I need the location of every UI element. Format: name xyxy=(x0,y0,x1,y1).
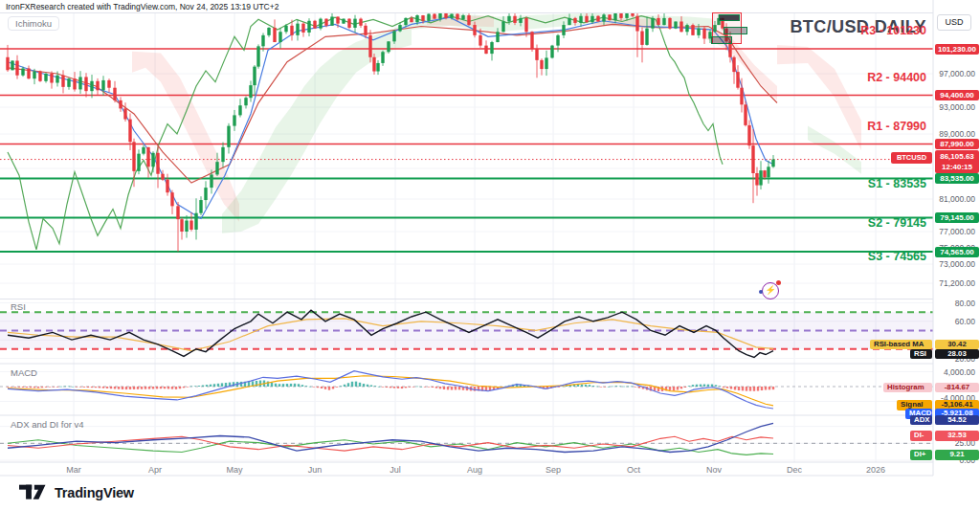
x-axis-label[interactable]: Dec xyxy=(787,465,802,475)
x-axis-label[interactable]: 2026 xyxy=(866,465,885,475)
x-axis-label[interactable]: Oct xyxy=(627,465,640,475)
adx-pane-label[interactable]: ADX and DI for v4 xyxy=(11,419,84,430)
level-price-tag: 87,990.00 xyxy=(935,139,979,149)
x-axis-label[interactable]: Aug xyxy=(467,465,482,475)
red-dot-icon xyxy=(776,280,781,285)
y-axis-label: 80.00 xyxy=(955,299,975,308)
x-axis-label[interactable]: Jul xyxy=(390,465,401,475)
y-axis-label: 81,000.00 xyxy=(939,194,975,204)
indicator-value-chip: 32.53 xyxy=(935,431,979,441)
tradingview-mark-icon xyxy=(19,483,48,502)
level-label: R3 - 101230 xyxy=(860,24,926,37)
level-price-tag: 79,145.00 xyxy=(935,212,979,223)
last-price-value: 86,105.63 xyxy=(935,151,979,162)
indicator-label-chip: ADX xyxy=(910,415,932,426)
symbol-price-tag: BTCUSD xyxy=(891,152,932,164)
indicator-label-chip: RSI-based MA xyxy=(870,340,932,350)
tradingview-chart-window: IronFXResearch created with TradingView.… xyxy=(0,0,980,510)
indicator-value-chip: 30.42 xyxy=(935,340,979,350)
level-label: S1 - 83535 xyxy=(868,177,926,190)
blue-dot-icon xyxy=(759,290,763,294)
level-label: S3 - 74565 xyxy=(868,250,926,263)
y-axis-label: 97,000.00 xyxy=(939,69,975,78)
order-block-annotation[interactable] xyxy=(719,14,740,21)
y-axis-label: 73,000.00 xyxy=(939,259,975,269)
indicator-value-chip: 9.21 xyxy=(935,450,979,460)
lightning-badge-icon[interactable]: ⚡ xyxy=(762,282,779,299)
level-lines-layer xyxy=(0,49,933,252)
level-label: S2 - 79145 xyxy=(868,216,926,230)
level-price-tag: 74,565.00 xyxy=(935,247,979,257)
x-axis-label[interactable]: Mar xyxy=(66,465,81,475)
indicator-label-chip: DI- xyxy=(910,431,932,441)
ichimoku-legend[interactable]: Ichimoku xyxy=(8,16,59,31)
tradingview-logo-text: TradingView xyxy=(55,485,134,500)
indicator-value-chip: -814.67 xyxy=(935,383,979,393)
currency-button[interactable]: USD xyxy=(937,14,971,31)
x-axis-label[interactable]: Sep xyxy=(546,465,561,475)
x-axis-label[interactable]: Apr xyxy=(148,465,162,475)
y-axis-label: 4,000.00 xyxy=(944,367,975,377)
indicator-label-chip: RSI xyxy=(910,349,932,360)
level-label: R2 - 94400 xyxy=(867,71,926,84)
last-price-tag: 86,105.63 12:40:15 xyxy=(935,150,979,173)
indicator-label-chip: DI+ xyxy=(910,450,932,460)
x-axis-label[interactable]: Jun xyxy=(308,465,323,475)
x-axis-label[interactable]: Nov xyxy=(706,465,722,475)
pane-separators xyxy=(0,0,933,476)
rsi-pane-label[interactable]: RSI xyxy=(11,301,26,312)
order-block-annotation[interactable] xyxy=(711,36,732,44)
adx-layer xyxy=(0,423,933,455)
indicator-label-chip: Histogram xyxy=(883,383,932,393)
countdown-timer: 12:40:15 xyxy=(935,162,979,172)
y-axis-label: 93,000.00 xyxy=(939,102,975,112)
ichimoku-lines-layer xyxy=(8,16,777,250)
level-price-tag: 83,535.00 xyxy=(935,173,979,184)
level-label: R1 - 87990 xyxy=(867,120,926,133)
macd-layer xyxy=(0,371,933,409)
x-axis-label[interactable]: May xyxy=(226,465,242,475)
indicator-value-chip: 28.03 xyxy=(935,349,979,360)
macd-pane-label[interactable]: MACD xyxy=(11,367,37,378)
order-block-annotation[interactable] xyxy=(724,27,747,34)
indicator-value-chip: 54.52 xyxy=(935,415,979,426)
level-price-tag: 101,230.00 xyxy=(935,44,979,55)
y-axis-label: 71,200.00 xyxy=(939,278,975,288)
y-axis-label: 89,000.00 xyxy=(939,129,975,139)
level-price-tag: 94,400.00 xyxy=(935,90,979,100)
y-axis-label: 77,000.00 xyxy=(939,227,975,236)
tradingview-logo[interactable]: TradingView xyxy=(19,483,134,502)
chart-canvas[interactable] xyxy=(0,0,980,510)
y-axis-label: 60.00 xyxy=(955,317,975,326)
